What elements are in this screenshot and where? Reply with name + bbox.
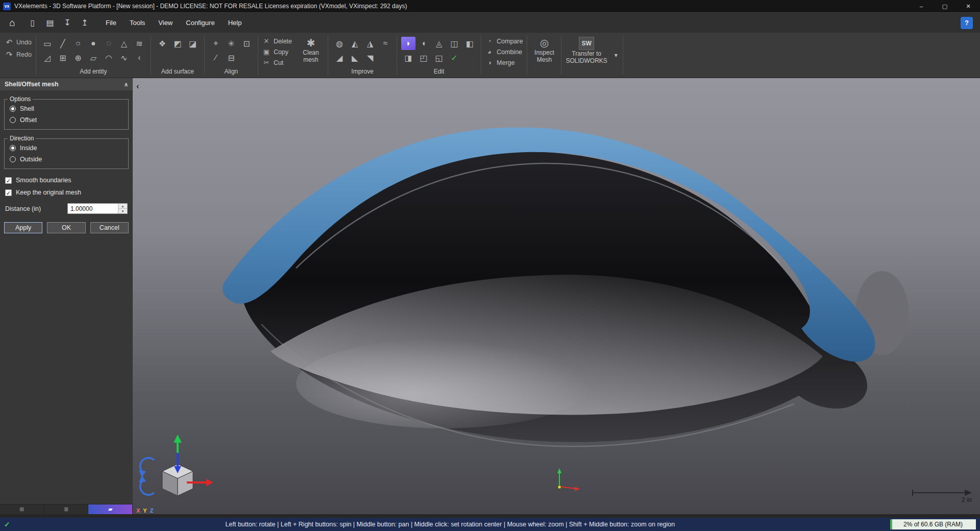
clean-mesh-button[interactable]: ✱ Clean mesh — [295, 34, 327, 77]
solidworks-logo-icon: SW — [579, 37, 594, 50]
checkbox-label: Keep the original mesh — [16, 189, 81, 196]
import-icon[interactable]: ↧ — [60, 16, 75, 30]
cut-mesh-icon[interactable]: ◰ — [416, 51, 431, 64]
align-object-icon[interactable]: ⊟ — [224, 51, 238, 64]
fill-holes-icon[interactable]: ◍ — [332, 37, 347, 50]
combine-button[interactable]: ◕ Combine — [485, 48, 523, 56]
group-add-surface: ❖◩◪ Add surface — [152, 34, 203, 77]
align-target-icon[interactable]: ⌖ — [209, 37, 223, 50]
bottom-divider — [0, 514, 980, 518]
compare-button[interactable]: ◔ Compare — [485, 37, 523, 45]
rotate-down-arrow-icon[interactable] — [140, 480, 154, 495]
delete-button[interactable]: ✕ Delete — [262, 37, 292, 45]
point-icon[interactable]: ● — [86, 37, 101, 50]
maximize-button[interactable]: ▢ — [933, 0, 957, 12]
split-icon[interactable]: ◧ — [462, 37, 477, 50]
undo-button[interactable]: ↶ Undo — [5, 38, 32, 47]
3d-scene[interactable]: 2 in — [133, 78, 980, 514]
home-button[interactable]: ⌂ — [4, 15, 20, 31]
transfer-solidworks-button[interactable]: SW Transfer to SOLIDWORKS — [562, 34, 610, 77]
direction-legend: Direction — [8, 135, 36, 142]
boundary-surface-icon[interactable]: ◪ — [186, 37, 200, 50]
tab-structure[interactable]: ⊞ — [0, 504, 44, 514]
decimate-icon[interactable]: ◭ — [348, 37, 362, 50]
inspect-mesh-button[interactable]: ◎ Inspect Mesh — [528, 34, 560, 77]
menu-help[interactable]: Help — [222, 13, 249, 33]
checkbox-keep-original-mesh[interactable]: Keep the original mesh — [0, 186, 133, 199]
polyline-icon[interactable]: ‹ — [132, 51, 146, 64]
optimize-icon[interactable]: ◥ — [363, 51, 377, 64]
surface-patch-icon[interactable]: ◩ — [170, 37, 185, 50]
cross-section-icon[interactable]: ≋ — [132, 37, 146, 50]
rotate-up-arrow-icon[interactable] — [140, 458, 154, 472]
navigation-widget[interactable] — [139, 435, 213, 496]
spin-down-button[interactable]: ▾ — [118, 208, 127, 213]
rectangle-icon[interactable]: ▱ — [86, 51, 101, 64]
menu-file[interactable]: File — [99, 13, 123, 33]
auto-surface-icon[interactable]: ❖ — [155, 37, 169, 50]
options-group: Options Shell Offset — [4, 95, 129, 130]
copy-button[interactable]: ▣ Copy — [262, 48, 292, 56]
checkbox-smooth-boundaries[interactable]: Smooth boundaries — [0, 174, 133, 186]
help-button[interactable]: ? — [961, 17, 973, 29]
cut-button[interactable]: ✂ Cut — [262, 59, 292, 66]
clean-boundary-icon[interactable]: ≈ — [378, 37, 393, 50]
slope-icon[interactable]: ◿ — [40, 51, 55, 64]
shell-offset-panel: Shell/Offset mesh ∧ Options Shell Offset — [0, 78, 133, 504]
arc-icon[interactable]: ◠ — [102, 51, 116, 64]
line-icon[interactable]: ╱ — [56, 37, 70, 50]
tab-list[interactable]: ≣ — [44, 504, 89, 514]
viewport-3d[interactable]: 2 in ‹ X Y Z — [133, 78, 980, 514]
panel-header[interactable]: Shell/Offset mesh ∧ — [0, 78, 133, 90]
transfer-dropdown-button[interactable]: ▾ — [610, 34, 622, 77]
spin-up-button[interactable]: ▴ — [118, 204, 127, 208]
sphere-icon[interactable]: ⊕ — [71, 51, 85, 64]
radio-offset[interactable]: Offset — [8, 114, 125, 126]
smooth-mesh-icon[interactable]: ◢ — [332, 51, 347, 64]
menu-tools[interactable]: Tools — [123, 13, 152, 33]
circle-icon[interactable]: ○ — [71, 37, 85, 50]
open-session-icon[interactable]: ▤ — [43, 16, 57, 30]
confirm-icon[interactable]: ✓ — [447, 51, 461, 64]
tab-render[interactable]: ▰ — [88, 504, 133, 514]
menu-view[interactable]: View — [152, 13, 179, 33]
remove-spikes-icon[interactable]: ◣ — [348, 51, 362, 64]
apply-button[interactable]: Apply — [4, 222, 42, 233]
align-plane-icon[interactable]: ⊡ — [239, 37, 254, 50]
align-bestfit-icon[interactable]: ∕ — [209, 51, 223, 64]
cone-icon[interactable]: △ — [117, 37, 131, 50]
close-button[interactable]: ✕ — [957, 0, 980, 12]
align-axes-icon[interactable]: ✳ — [224, 37, 238, 50]
shell-offset-icon[interactable]: ◗ — [401, 37, 415, 50]
offset-mesh-icon[interactable]: ◖ — [416, 37, 431, 50]
grid-icon[interactable]: ⊞ — [56, 51, 70, 64]
menu-configure[interactable]: Configure — [179, 13, 221, 33]
mesh-model[interactable] — [223, 128, 909, 447]
distance-input[interactable] — [68, 204, 118, 213]
minimize-button[interactable]: – — [910, 0, 933, 12]
merge-button[interactable]: ◑ Merge — [485, 59, 523, 66]
new-session-icon[interactable]: ▯ — [26, 16, 40, 30]
radio-shell[interactable]: Shell — [8, 103, 125, 114]
extrude-icon[interactable]: ◬ — [432, 37, 446, 50]
subdivide-icon[interactable]: ◮ — [363, 37, 377, 50]
collapse-panel-button[interactable]: ‹ — [136, 82, 139, 90]
redo-button[interactable]: ↷ Redo — [5, 50, 32, 59]
group-label-align: Align — [209, 67, 254, 76]
bridge-icon[interactable]: ◱ — [432, 51, 446, 64]
ok-button[interactable]: OK — [47, 222, 85, 233]
export-icon[interactable]: ↥ — [78, 16, 92, 30]
ellipse-icon[interactable]: ◌ — [102, 37, 116, 50]
cancel-button[interactable]: Cancel — [90, 222, 129, 233]
inspect-mesh-icon: ◎ — [540, 37, 549, 49]
mirror-icon[interactable]: ◫ — [447, 37, 461, 50]
radio-inside[interactable]: Inside — [8, 142, 125, 154]
boolean-icon[interactable]: ◨ — [401, 51, 415, 64]
collapse-chevron-icon[interactable]: ∧ — [124, 81, 128, 88]
radio-outside[interactable]: Outside — [8, 154, 125, 165]
spline-icon[interactable]: ∿ — [117, 51, 131, 64]
tape-measure-icon[interactable]: ▭ — [40, 37, 55, 50]
menu-items: FileToolsViewConfigureHelp — [99, 13, 248, 33]
group-align: ⌖✳⊡ ∕⊟ Align — [206, 34, 257, 77]
group-improve: ◍◭◮≈ ◢◣◥ Improve — [329, 34, 396, 77]
